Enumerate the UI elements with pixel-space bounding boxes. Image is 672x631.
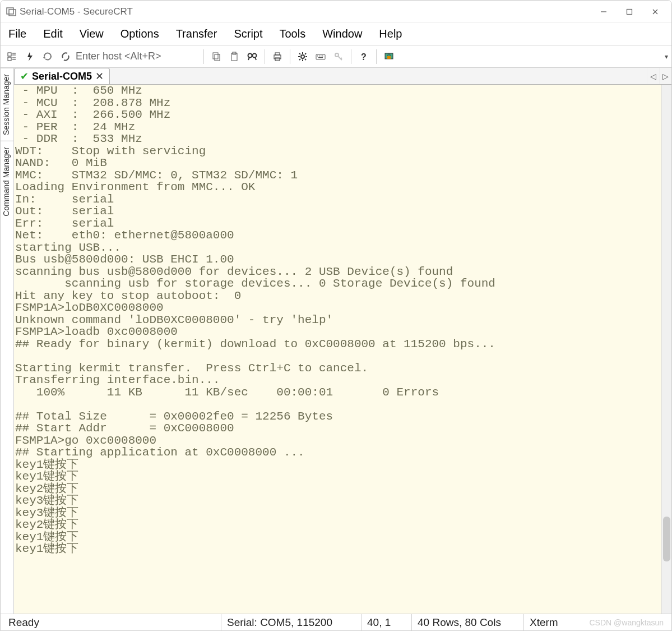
reconnect-icon[interactable] bbox=[40, 49, 55, 65]
svg-rect-13 bbox=[215, 54, 220, 61]
app-icon bbox=[6, 7, 16, 17]
quick-connect-icon[interactable] bbox=[22, 49, 38, 65]
tab-next-icon[interactable]: ▷ bbox=[659, 68, 671, 84]
maximize-button[interactable] bbox=[617, 1, 642, 22]
svg-rect-12 bbox=[213, 53, 218, 59]
menubar: File Edit View Options Transfer Script T… bbox=[1, 23, 671, 45]
svg-point-17 bbox=[253, 53, 257, 57]
svg-point-16 bbox=[248, 53, 252, 57]
svg-line-40 bbox=[341, 58, 342, 59]
svg-rect-32 bbox=[316, 54, 325, 59]
window-title: Serial-COM5 - SecureCRT bbox=[20, 6, 133, 17]
menu-file[interactable]: File bbox=[5, 25, 30, 43]
titlebar: Serial-COM5 - SecureCRT bbox=[1, 1, 671, 23]
terminal-output[interactable]: - MPU : 650 MHz - MCU : 208.878 MHz - AX… bbox=[14, 85, 661, 614]
paste-icon[interactable] bbox=[226, 49, 242, 65]
menu-transfer[interactable]: Transfer bbox=[173, 25, 221, 43]
svg-rect-21 bbox=[275, 53, 280, 55]
command-manager-tab[interactable]: Command Manager bbox=[1, 141, 13, 222]
svg-rect-43 bbox=[387, 56, 391, 59]
print-icon[interactable] bbox=[270, 49, 285, 65]
help-icon[interactable]: ? bbox=[356, 49, 372, 65]
connect-tab-icon[interactable] bbox=[58, 49, 73, 65]
session-manager-tab[interactable]: Session Manager bbox=[1, 68, 13, 141]
status-pos: 40, 1 bbox=[362, 614, 412, 630]
svg-line-31 bbox=[305, 53, 306, 54]
scrollbar-thumb[interactable] bbox=[663, 517, 670, 561]
svg-rect-35 bbox=[321, 56, 322, 57]
svg-rect-0 bbox=[7, 8, 13, 14]
close-button[interactable] bbox=[642, 1, 668, 22]
svg-rect-9 bbox=[8, 57, 11, 61]
status-serial: Serial: COM5, 115200 bbox=[221, 614, 362, 630]
svg-line-19 bbox=[255, 57, 256, 60]
svg-rect-1 bbox=[9, 10, 16, 16]
status-rowscols: 40 Rows, 80 Cols bbox=[412, 614, 524, 630]
status-emulation: Xterm bbox=[530, 616, 558, 629]
tab-close-icon[interactable]: ✕ bbox=[95, 70, 104, 82]
key-icon[interactable] bbox=[331, 49, 346, 65]
lock-screen-icon[interactable] bbox=[381, 49, 397, 65]
menu-tools[interactable]: Tools bbox=[276, 25, 309, 43]
svg-rect-33 bbox=[317, 56, 318, 57]
menu-edit[interactable]: Edit bbox=[40, 25, 66, 43]
svg-rect-34 bbox=[319, 56, 320, 57]
session-tab-label: Serial-COM5 bbox=[32, 71, 92, 82]
svg-line-18 bbox=[248, 57, 249, 60]
settings-icon[interactable] bbox=[295, 49, 310, 65]
tab-prev-icon[interactable]: ◁ bbox=[647, 68, 659, 84]
session-tab[interactable]: ✔ Serial-COM5 ✕ bbox=[14, 68, 110, 84]
find-icon[interactable] bbox=[244, 49, 260, 65]
toolbar-overflow-icon[interactable]: ▾ bbox=[665, 53, 668, 61]
connected-check-icon: ✔ bbox=[20, 70, 29, 82]
svg-text:?: ? bbox=[361, 52, 367, 62]
menu-window[interactable]: Window bbox=[319, 25, 365, 43]
side-panel-tabs: Session Manager Command Manager bbox=[1, 68, 14, 614]
svg-line-29 bbox=[305, 59, 306, 60]
minimize-button[interactable] bbox=[591, 1, 617, 22]
host-input[interactable]: Enter host <Alt+R> bbox=[76, 50, 199, 62]
terminal-scrollbar[interactable] bbox=[661, 85, 671, 614]
statusbar: Ready Serial: COM5, 115200 40, 1 40 Rows… bbox=[1, 614, 671, 630]
svg-line-30 bbox=[299, 59, 300, 60]
keyboard-icon[interactable] bbox=[313, 49, 328, 65]
watermark: CSDN @wangktasun bbox=[590, 618, 664, 627]
session-manager-icon[interactable] bbox=[4, 49, 20, 65]
svg-rect-36 bbox=[322, 56, 323, 57]
copy-icon[interactable] bbox=[208, 49, 224, 65]
menu-view[interactable]: View bbox=[76, 25, 107, 43]
svg-rect-6 bbox=[8, 53, 11, 56]
body-area: Session Manager Command Manager ✔ Serial… bbox=[1, 68, 671, 614]
menu-help[interactable]: Help bbox=[376, 25, 405, 43]
toolbar: Enter host <Alt+R> ? bbox=[1, 45, 671, 68]
svg-point-23 bbox=[301, 55, 304, 58]
app-window: Serial-COM5 - SecureCRT File Edit View O… bbox=[0, 0, 672, 631]
svg-rect-3 bbox=[627, 9, 632, 14]
menu-script[interactable]: Script bbox=[230, 25, 266, 43]
svg-line-28 bbox=[299, 53, 300, 54]
session-tab-row: ✔ Serial-COM5 ✕ ◁ ▷ bbox=[14, 68, 671, 85]
svg-rect-37 bbox=[318, 57, 323, 58]
menu-options[interactable]: Options bbox=[117, 25, 163, 43]
status-ready: Ready bbox=[3, 614, 221, 630]
